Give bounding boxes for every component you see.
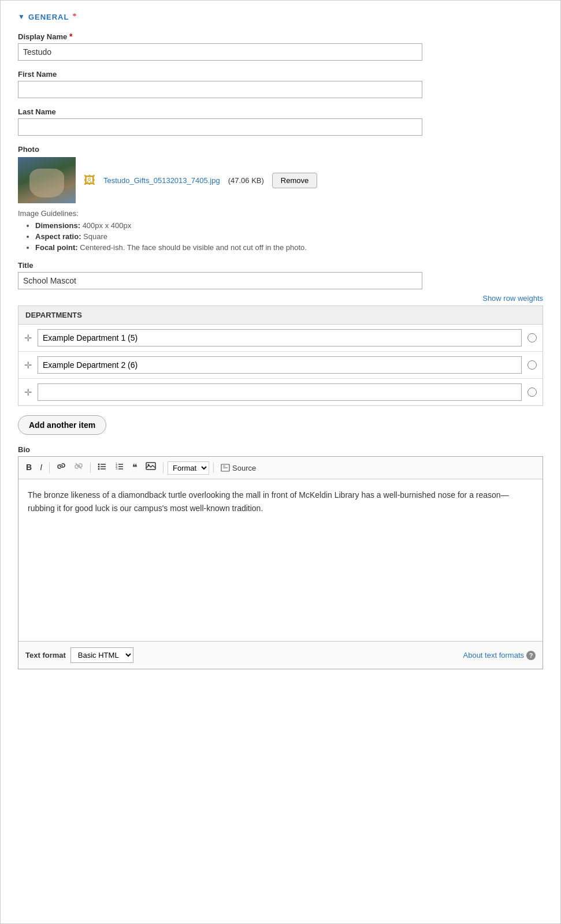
svg-point-3	[98, 466, 100, 468]
add-another-button[interactable]: Add another item	[18, 415, 106, 435]
link-button[interactable]	[54, 461, 69, 475]
dept-row-1: ✛	[18, 325, 543, 352]
dept-input-3[interactable]	[38, 383, 522, 401]
ol-icon: 1. 2. 3.	[115, 462, 124, 470]
toolbar-sep-4	[213, 463, 214, 473]
last-name-field: Last Name	[18, 107, 543, 136]
guidelines-list: Dimensions: 400px x 400px Aspect ratio: …	[35, 221, 543, 252]
editor-toolbar: B I	[18, 457, 543, 479]
bio-editor-body[interactable]: The bronze likeness of a diamondback tur…	[18, 479, 543, 641]
svg-point-5	[98, 468, 100, 470]
title-input[interactable]	[18, 272, 422, 289]
photo-row: 🖼 Testudo_Gifts_05132013_7405.jpg (47.06…	[18, 157, 543, 203]
text-format-label: Text format	[25, 651, 66, 660]
display-name-label: Display Name *	[18, 32, 543, 41]
photo-image	[18, 157, 76, 203]
drag-handle-1[interactable]: ✛	[24, 333, 32, 344]
image-guidelines: Image Guidelines: Dimensions: 400px x 40…	[18, 209, 543, 252]
required-star: *	[72, 12, 76, 21]
file-link[interactable]: Testudo_Gifts_05132013_7405.jpg	[103, 176, 220, 185]
guideline-dimensions: Dimensions: 400px x 400px	[35, 221, 543, 230]
text-format-select[interactable]: Basic HTML	[70, 647, 133, 663]
title-field: Title	[18, 261, 543, 289]
italic-button[interactable]: I	[37, 461, 45, 475]
drag-handle-3[interactable]: ✛	[24, 387, 32, 398]
svg-point-1	[98, 464, 100, 465]
dept-row-3: ✛	[18, 379, 543, 405]
source-button[interactable]: Source	[218, 463, 259, 474]
dept-row-2: ✛	[18, 352, 543, 379]
dept-input-1[interactable]	[38, 329, 522, 346]
unlink-icon	[74, 462, 83, 470]
display-name-input[interactable]	[18, 43, 422, 61]
section-header: ▼ GENERAL *	[18, 12, 543, 21]
title-label: Title	[18, 261, 543, 270]
drag-handle-2[interactable]: ✛	[24, 360, 32, 371]
departments-section: DEPARTMENTS ✛ ✛ ✛	[18, 305, 543, 406]
ordered-list-button[interactable]: 1. 2. 3.	[112, 461, 127, 475]
photo-thumbnail	[18, 157, 76, 203]
image-icon	[146, 462, 156, 470]
first-name-field: First Name	[18, 70, 543, 98]
dept-input-2[interactable]	[38, 356, 522, 374]
guideline-focal: Focal point: Centered-ish. The face shou…	[35, 243, 543, 252]
display-name-field: Display Name *	[18, 32, 543, 61]
collapse-icon[interactable]: ▼	[18, 13, 25, 21]
bio-label: Bio	[18, 445, 543, 454]
guideline-aspect: Aspect ratio: Square	[35, 232, 543, 241]
page-wrapper: ▼ GENERAL * Display Name * First Name La…	[0, 0, 561, 924]
toolbar-sep-3	[163, 463, 164, 473]
guidelines-intro: Image Guidelines:	[18, 209, 79, 218]
text-format-group: Text format Basic HTML	[25, 647, 133, 663]
editor-footer: Text format Basic HTML About text format…	[18, 641, 543, 669]
image-insert-button[interactable]	[143, 461, 159, 475]
editor-container: B I	[18, 456, 543, 669]
svg-text:3.: 3.	[116, 467, 118, 470]
svg-rect-13	[146, 463, 155, 470]
display-name-required: *	[69, 32, 72, 41]
dept-radio-3[interactable]	[527, 388, 537, 397]
first-name-label: First Name	[18, 70, 543, 79]
toolbar-sep-2	[90, 463, 91, 473]
format-select[interactable]: Format	[168, 461, 209, 475]
unlink-button[interactable]	[71, 461, 86, 475]
last-name-input[interactable]	[18, 118, 422, 136]
about-formats-link[interactable]: About text formats ?	[463, 651, 536, 660]
show-weights-link[interactable]: Show row weights	[482, 294, 543, 303]
toolbar-sep-1	[49, 463, 50, 473]
blockquote-button[interactable]: ❝	[129, 460, 140, 475]
photo-label: Photo	[18, 145, 543, 154]
link-icon	[57, 462, 66, 470]
first-name-input[interactable]	[18, 81, 422, 98]
section-title: GENERAL	[28, 13, 69, 21]
bold-button[interactable]: B	[23, 461, 35, 475]
file-size: (47.06 KB)	[228, 176, 264, 185]
show-weights-row: Show row weights	[18, 294, 543, 303]
dept-radio-1[interactable]	[527, 333, 537, 342]
bio-section: Bio B I	[18, 445, 543, 669]
dept-radio-2[interactable]	[527, 360, 537, 370]
last-name-label: Last Name	[18, 107, 543, 116]
photo-section: Photo 🖼 Testudo_Gifts_05132013_7405.jpg …	[18, 145, 543, 252]
source-icon	[221, 464, 230, 472]
unordered-list-button[interactable]	[95, 461, 110, 475]
remove-button[interactable]: Remove	[272, 173, 317, 188]
departments-header: DEPARTMENTS	[18, 306, 543, 325]
help-icon: ?	[526, 651, 536, 660]
file-icon: 🖼	[84, 174, 95, 187]
ul-icon	[98, 462, 107, 470]
